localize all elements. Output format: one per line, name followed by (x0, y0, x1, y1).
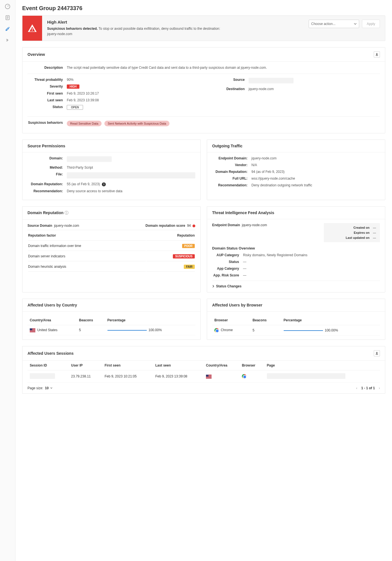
ti-endpoint: jquery-node.com (242, 223, 267, 227)
page-redacted (267, 373, 345, 379)
ti-meta-box: Created on— Expires on— Last updated on— (324, 223, 380, 242)
download-icon[interactable] (374, 51, 380, 58)
users-by-country-card: Affected Users by Country Country/AreaBe… (22, 299, 201, 340)
sidebar (0, 0, 15, 561)
info-icon[interactable]: ⓘ (65, 210, 68, 215)
source-redacted (249, 78, 294, 83)
table-row: Chrome 5 100.00% (212, 325, 380, 335)
full-url: wss://jquery-node.com/cache (251, 177, 380, 180)
user-ip: 23.79.238.11 (69, 370, 102, 383)
reputation-badge: POOR (182, 244, 195, 248)
source-reputation: 55 (as of Feb 9, 2023) (67, 182, 100, 186)
overview-card: Overview Description The script read pot… (22, 47, 385, 133)
reputation-table: Reputation factorReputation Domain traff… (27, 230, 195, 272)
choose-action-select[interactable]: Choose action... (309, 20, 359, 28)
tools-icon[interactable] (4, 26, 11, 32)
users-by-browser-card: Affected Users by Browser BrowserBeacons… (207, 299, 385, 340)
outgoing-traffic-card: Outgoing Traffic Endpoint Domain:jquery-… (207, 139, 385, 200)
session-id-redacted (30, 373, 55, 379)
prev-page-button[interactable]: ‹ (356, 386, 357, 390)
last-seen: Feb 9, 2023 13:39:08 (67, 98, 198, 102)
status-changes-toggle[interactable]: Status Changes (212, 281, 380, 288)
reputation-score: 94 (187, 224, 191, 228)
download-icon[interactable] (374, 350, 380, 356)
score-indicator-icon (192, 225, 195, 227)
high-alert-banner: High Alert Suspicious behaviors detected… (22, 15, 385, 41)
page-size-select[interactable]: Page size: 10 (27, 386, 52, 390)
source-permissions-card: Source Permissions Domain: Method:Third-… (22, 139, 201, 200)
main-content: Event Group 24473376 High Alert Suspicio… (15, 0, 392, 561)
domain-reputation-card: Domain Reputation ⓘ Source Domain jquery… (22, 206, 201, 292)
alert-description: Suspicious behaviors detected. To stop o… (47, 26, 299, 37)
alert-icon (22, 16, 42, 41)
chevron-down-icon (354, 22, 357, 25)
table-row: Domain traffic information over timePOOR (28, 241, 195, 251)
next-page-button[interactable]: › (379, 386, 380, 390)
table-row: Domain heuristic analysisFAIR (28, 262, 195, 272)
destination: jquery-node.com (249, 87, 380, 91)
page-title: Event Group 24473376 (22, 5, 385, 12)
method: Third-Party Script (67, 166, 195, 170)
overview-title: Overview (27, 52, 45, 57)
chrome-icon (214, 328, 219, 333)
chevron-down-icon (50, 387, 52, 389)
table-row[interactable]: 23.79.238.11 Feb 9, 2023 10:21:05 Feb 9,… (27, 370, 380, 383)
severity-badge: HIGH (67, 84, 79, 89)
outgoing-reputation: 94 (as of Feb 9, 2023) (251, 170, 380, 174)
chrome-icon (242, 374, 246, 379)
status-badge: OPEN (67, 105, 83, 110)
first-seen: Feb 9, 2023 10:26:17 (67, 91, 198, 95)
us-flag-icon (206, 375, 212, 379)
page-range: 1 - 1 of 1 (361, 386, 375, 390)
source-domain: jquery-node.com (54, 224, 79, 228)
file-redacted (67, 172, 195, 178)
table-row: Domain server indicatorsSUSPICIOUS (28, 251, 195, 261)
threat-intel-card: Threat Intelligence Feed Analysis Endpoi… (207, 206, 385, 292)
reputation-badge: SUSPICIOUS (173, 254, 195, 258)
sessions-table: Session ID User IP First seen Last seen … (27, 361, 380, 383)
chevron-right-icon (212, 285, 214, 287)
domain-redacted (67, 156, 112, 162)
alert-title: High Alert (47, 20, 299, 24)
threat-probability: 90% (67, 78, 198, 82)
table-row: United States 5 100.00% (27, 325, 195, 335)
reputation-badge: FAIR (184, 265, 195, 269)
source-recommendation: Deny source access to sensitive data (67, 189, 195, 193)
vendor: N/A (251, 163, 380, 167)
document-icon[interactable] (4, 15, 11, 21)
sessions-card: Affected Users Sessions Session ID User … (22, 346, 385, 394)
overview-description: The script read potentially sensitive da… (67, 66, 380, 70)
us-flag-icon (30, 328, 35, 332)
behavior-pill: Sent Network Activity with Suspicious Da… (104, 121, 169, 126)
behavior-pill: Read Sensitive Data (67, 121, 102, 126)
gauge-icon[interactable] (4, 3, 11, 10)
outgoing-recommendation: Deny destination outgoing network traffi… (251, 183, 380, 187)
info-icon[interactable]: i (102, 182, 106, 186)
expand-icon[interactable] (4, 37, 11, 43)
apply-button[interactable]: Apply (362, 20, 380, 28)
endpoint-domain: jquery-node.com (251, 156, 380, 160)
aup-category: Risky domains, Newly Registered Domains (243, 253, 380, 257)
